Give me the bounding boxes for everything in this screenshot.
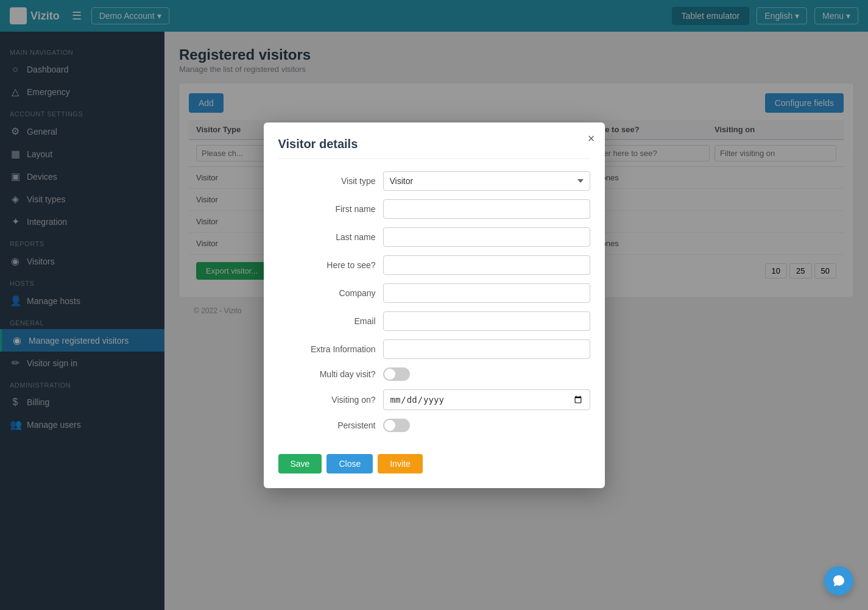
email-input[interactable] xyxy=(383,311,590,331)
visiting-on-label: Visiting on? xyxy=(278,395,376,405)
visit-type-select[interactable]: Visitor Contractor Staff Interview xyxy=(383,171,590,191)
close-button[interactable]: Close xyxy=(326,454,373,473)
modal-close-button[interactable]: × xyxy=(588,132,595,144)
last-name-input[interactable] xyxy=(383,227,590,247)
company-input[interactable] xyxy=(383,283,590,303)
company-label: Company xyxy=(278,288,376,298)
extra-info-input[interactable] xyxy=(383,339,590,359)
modal-footer: Save Close Invite xyxy=(278,444,590,473)
form-row-email: Email xyxy=(278,311,590,331)
form-row-extra-info: Extra Information xyxy=(278,339,590,359)
here-to-see-input[interactable] xyxy=(383,255,590,275)
extra-info-label: Extra Information xyxy=(278,344,376,354)
form-row-company: Company xyxy=(278,283,590,303)
chat-bubble[interactable] xyxy=(824,566,853,595)
multi-day-label: Multi day visit? xyxy=(278,369,376,379)
visit-type-label: Visit type xyxy=(278,176,376,186)
form-row-here-to-see: Here to see? xyxy=(278,255,590,275)
modal-overlay[interactable]: Visitor details × Visit type Visitor Con… xyxy=(0,0,868,610)
persistent-toggle[interactable] xyxy=(383,419,410,432)
form-row-first-name: First name xyxy=(278,199,590,219)
first-name-input[interactable] xyxy=(383,199,590,219)
visiting-on-input[interactable] xyxy=(383,389,590,410)
form-row-persistent: Persistent xyxy=(278,419,590,432)
last-name-label: Last name xyxy=(278,232,376,242)
form-row-visit-type: Visit type Visitor Contractor Staff Inte… xyxy=(278,171,590,191)
invite-button[interactable]: Invite xyxy=(378,454,422,473)
form-row-visiting-on: Visiting on? xyxy=(278,389,590,410)
save-button[interactable]: Save xyxy=(278,454,322,473)
visitor-details-modal: Visitor details × Visit type Visitor Con… xyxy=(264,122,605,488)
form-row-multi-day: Multi day visit? xyxy=(278,367,590,381)
multi-day-toggle[interactable] xyxy=(383,367,410,381)
modal-title: Visitor details xyxy=(278,137,590,159)
email-label: Email xyxy=(278,316,376,326)
here-to-see-label: Here to see? xyxy=(278,260,376,270)
persistent-label: Persistent xyxy=(278,420,376,430)
first-name-label: First name xyxy=(278,204,376,214)
form-row-last-name: Last name xyxy=(278,227,590,247)
